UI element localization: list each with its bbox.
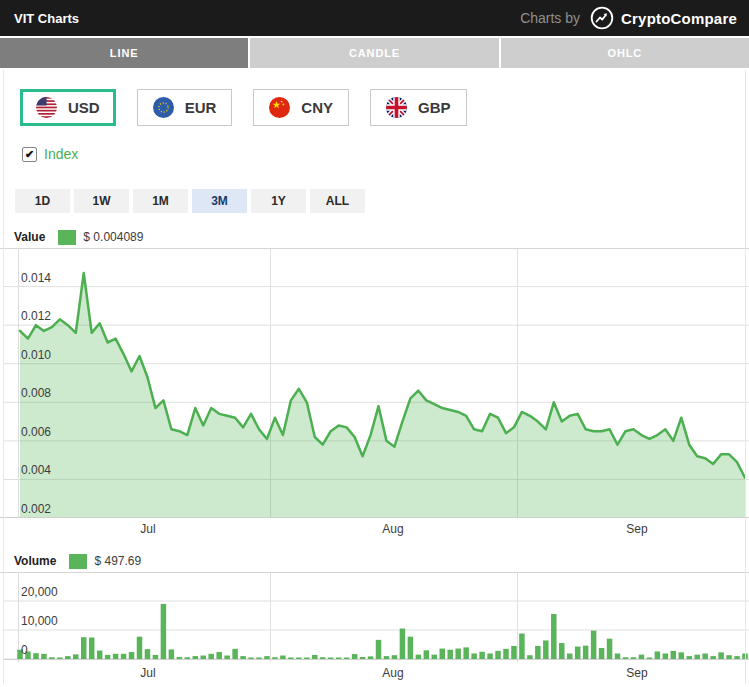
svg-text:0.014: 0.014	[21, 271, 51, 285]
currency-label: GBP	[418, 99, 451, 116]
value-legend: Value $ 0.004089	[0, 229, 749, 245]
page-title: VIT Charts	[14, 11, 79, 26]
svg-text:10,000: 10,000	[21, 614, 58, 628]
svg-text:0.012: 0.012	[21, 309, 51, 323]
range-button-1d[interactable]: 1D	[15, 189, 70, 213]
range-button-1w[interactable]: 1W	[74, 189, 129, 213]
widget-right-border	[745, 70, 746, 684]
svg-text:0.004: 0.004	[21, 463, 51, 477]
svg-text:0.002: 0.002	[21, 502, 51, 516]
volume-legend-amount: $ 497.69	[94, 554, 141, 568]
eur-flag-icon	[153, 97, 174, 118]
range-button-1y[interactable]: 1Y	[251, 189, 306, 213]
brand-name: CryptoCompare	[621, 10, 737, 27]
value-legend-amount: $ 0.004089	[83, 230, 143, 244]
x-axis-month-label: Aug	[373, 522, 413, 536]
brand-logo[interactable]: CryptoCompare	[589, 5, 737, 31]
volume-chart[interactable]: 010,00020,000	[0, 572, 749, 662]
svg-text:0.008: 0.008	[21, 386, 51, 400]
charts-by-label: Charts by	[520, 10, 580, 26]
currency-label: CNY	[301, 99, 333, 116]
value-chart[interactable]: 0.0020.0040.0060.0080.0100.0120.014	[0, 248, 749, 518]
currency-label: EUR	[185, 99, 217, 116]
time-range-selector: 1D 1W 1M 3M 1Y ALL	[15, 189, 749, 213]
index-checkbox[interactable]: ✔	[22, 147, 37, 162]
svg-text:0.006: 0.006	[21, 425, 51, 439]
value-chart-x-axis: JulAugSep	[0, 518, 749, 542]
tab-ohlc[interactable]: OHLC	[501, 38, 749, 68]
svg-text:0.010: 0.010	[21, 348, 51, 362]
tab-line[interactable]: LINE	[0, 38, 248, 68]
currency-selector: USD EUR CNY GBP	[20, 89, 749, 126]
cryptocompare-logo-icon	[589, 5, 615, 31]
currency-button-cny[interactable]: CNY	[253, 89, 349, 126]
volume-legend-title: Volume	[14, 554, 56, 568]
volume-legend: Volume $ 497.69	[0, 553, 749, 569]
currency-label: USD	[68, 99, 100, 116]
value-legend-title: Value	[14, 230, 45, 244]
currency-button-gbp[interactable]: GBP	[370, 89, 467, 126]
chart-type-tabs: LINE CANDLE OHLC	[0, 38, 749, 68]
x-axis-month-label: Jul	[128, 666, 168, 680]
currency-button-eur[interactable]: EUR	[137, 89, 233, 126]
x-axis-month-label: Aug	[373, 666, 413, 680]
widget-left-border	[3, 70, 4, 684]
cny-flag-icon	[269, 97, 290, 118]
currency-button-usd[interactable]: USD	[20, 89, 116, 126]
svg-text:20,000: 20,000	[21, 585, 58, 599]
volume-legend-swatch	[69, 554, 87, 569]
x-axis-month-label: Sep	[617, 522, 657, 536]
x-axis-month-label: Sep	[617, 666, 657, 680]
x-axis-month-label: Jul	[128, 522, 168, 536]
header: VIT Charts Charts by CryptoCompare	[0, 0, 749, 36]
value-legend-swatch	[58, 230, 76, 245]
header-branding[interactable]: Charts by CryptoCompare	[520, 5, 737, 31]
range-button-3m[interactable]: 3M	[192, 189, 247, 213]
gbp-flag-icon	[386, 97, 407, 118]
range-button-all[interactable]: ALL	[310, 189, 365, 213]
index-label: Index	[44, 146, 78, 162]
usd-flag-icon	[36, 97, 57, 118]
range-button-1m[interactable]: 1M	[133, 189, 188, 213]
index-toggle-row: ✔ Index	[22, 146, 749, 162]
tab-candle[interactable]: CANDLE	[250, 38, 498, 68]
svg-text:0: 0	[21, 643, 28, 657]
volume-chart-x-axis: JulAugSep	[0, 662, 749, 686]
